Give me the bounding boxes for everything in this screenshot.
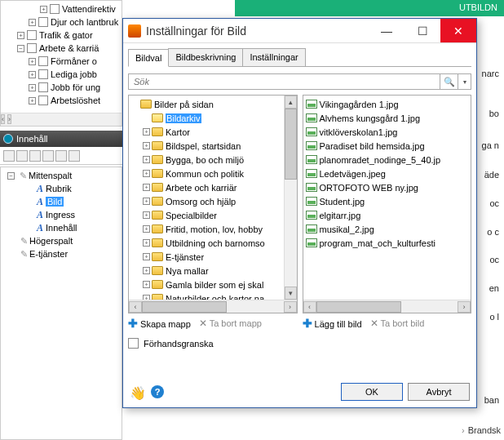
scroll-right-icon[interactable]: › [7,114,11,124]
search-input[interactable] [128,73,440,90]
expand-icon[interactable]: + [17,32,24,39]
preview-checkbox[interactable] [128,338,139,349]
site-tree-item[interactable]: +Jobb för ung [2,81,120,94]
scroll-up-icon[interactable]: ▴ [285,96,297,109]
site-tree-hscroll[interactable]: ‹ › [1,113,122,126]
folder-item[interactable]: +Omsorg och hjälp [130,194,284,208]
site-tree-item[interactable]: +Vattendirektiv [2,2,120,16]
folder-item[interactable]: +Kommun och politik [130,167,284,180]
structure-item[interactable]: ✎Högerspalt [2,234,120,247]
toolbar-icon[interactable] [29,150,41,162]
minimize-button[interactable]: — [369,19,405,42]
structure-item[interactable]: −✎Mittenspalt [2,169,120,182]
folder-item[interactable]: +Bygga, bo och miljö [130,153,284,167]
expand-icon[interactable]: + [143,142,150,149]
folder-vscroll[interactable]: ▴ ▾ [284,96,297,300]
structure-item[interactable]: ARubrik [2,182,120,195]
file-item[interactable]: Alvhems kungsgård 1.jpg [305,111,470,125]
file-item[interactable]: Vikingagården 1.jpg [305,97,470,111]
folder-hscroll[interactable]: ‹› [129,300,297,313]
file-item[interactable]: musikal_2.jpg [305,222,470,236]
expand-icon[interactable]: + [29,19,36,26]
site-tree-item[interactable]: +Förmåner o [2,55,120,68]
expand-icon[interactable]: − [7,172,15,180]
toolbar-icon[interactable] [55,150,67,162]
cancel-button[interactable]: Avbryt [408,383,470,401]
site-tree-item[interactable]: +Lediga jobb [2,68,120,81]
expand-icon[interactable]: + [143,225,150,233]
file-item[interactable]: Paradiset bild hemsida.jpg [305,139,470,153]
structure-item[interactable]: ✎E-tjänster [2,247,120,260]
expand-icon[interactable]: + [143,267,150,274]
expand-icon[interactable]: + [29,71,36,78]
delete-image-action[interactable]: ✕ Ta bort bild [370,318,425,329]
scroll-left-icon[interactable]: ‹ [1,114,5,124]
close-button[interactable]: ✕ [440,19,476,42]
file-item[interactable]: program_mat_och_kulturfesti [305,236,470,250]
folder-item[interactable]: +Naturbilder och kartor na [130,291,284,300]
expand-icon[interactable]: + [29,97,36,104]
folder-item[interactable]: +Specialbilder [130,208,284,222]
folder-item[interactable]: +Nya mallar [130,264,284,278]
expand-icon[interactable]: + [143,239,150,247]
folder-item[interactable]: Bildarkiv [130,111,284,125]
help-icon[interactable]: ? [151,385,164,398]
folder-item[interactable]: +Utbildning och barnomso [130,236,284,250]
create-folder-action[interactable]: ✚ Skapa mapp [128,317,191,330]
structure-tree[interactable]: −✎MittenspaltARubrikABildAIngressAInnehå… [0,167,122,440]
folder-list-pane[interactable]: Bilder på sidanBildarkiv+Kartor+Bildspel… [128,95,298,313]
search-dropdown[interactable]: ▾ [458,73,471,90]
expand-icon[interactable]: + [143,253,150,260]
tab-bildbeskrivning[interactable]: Bildbeskrivning [168,48,243,66]
maximize-button[interactable]: ☐ [405,19,440,42]
file-hscroll[interactable]: ‹› [303,300,471,313]
expand-icon[interactable]: + [29,58,36,65]
expand-icon[interactable]: + [29,84,36,91]
file-item[interactable]: vitklöverskolan1.jpg [305,125,470,139]
site-tree-item[interactable]: +Arbetslöshet [2,94,120,107]
expand-icon[interactable]: + [143,211,150,219]
expand-icon[interactable]: + [143,184,150,191]
file-item[interactable]: planomradet_nodinge_5_40.jp [305,153,470,167]
expand-icon[interactable]: + [143,281,150,288]
structure-item[interactable]: ABild [2,195,120,208]
file-item[interactable]: elgitarr.jpg [305,208,470,222]
site-tree-item[interactable]: +Djur och lantbruk [2,16,120,29]
add-image-action[interactable]: ✚ Lägg till bild [303,317,362,330]
site-tree[interactable]: +Vattendirektiv+Djur och lantbruk+Trafik… [0,0,122,127]
folder-item[interactable]: +Gamla bilder som ej skal [130,278,284,291]
toolbar-icon[interactable] [42,150,54,162]
folder-item[interactable]: +Fritid, motion, lov, hobby [130,222,284,236]
toolbar-icon[interactable] [3,150,15,162]
image-icon [306,183,317,192]
folder-item[interactable]: +Bildspel, startsidan [130,139,284,153]
tab-bildval[interactable]: Bildval [128,49,169,67]
structure-item[interactable]: AIngress [2,208,120,221]
folder-item[interactable]: +E-tjänster [130,250,284,264]
ok-button[interactable]: OK [341,383,403,401]
expand-icon[interactable]: + [143,156,150,163]
file-item[interactable]: Ledetvägen.jpeg [305,167,470,180]
dialog-titlebar[interactable]: Inställningar för Bild — ☐ ✕ [123,19,476,43]
folder-item[interactable]: +Kartor [130,125,284,139]
expand-icon[interactable]: − [17,45,24,52]
expand-icon[interactable]: + [40,6,47,13]
expand-icon[interactable]: + [143,170,150,177]
site-tree-item[interactable]: −Arbete & karriä [2,42,120,55]
search-button[interactable]: 🔍 [440,73,458,90]
scroll-down-icon[interactable]: ▾ [285,287,297,300]
delete-folder-action[interactable]: ✕ Ta bort mapp [199,318,262,329]
structure-item[interactable]: AInnehåll [2,221,120,234]
toolbar-icon[interactable] [16,150,28,162]
file-item[interactable]: Student.jpg [305,194,470,208]
site-tree-item[interactable]: +Trafik & gator [2,29,120,42]
tab-installningar[interactable]: Inställningar [242,48,305,66]
folder-item[interactable]: Bilder på sidan [130,97,284,111]
accessibility-icon[interactable]: 👋 [130,385,146,398]
file-item[interactable]: ORTOFOTO WEB ny.jpg [305,180,470,194]
file-list-pane[interactable]: Vikingagården 1.jpgAlvhems kungsgård 1.j… [303,95,472,313]
folder-item[interactable]: +Arbete och karriär [130,180,284,194]
expand-icon[interactable]: + [143,128,150,136]
toolbar-icon[interactable] [69,150,80,162]
expand-icon[interactable]: + [143,198,150,205]
